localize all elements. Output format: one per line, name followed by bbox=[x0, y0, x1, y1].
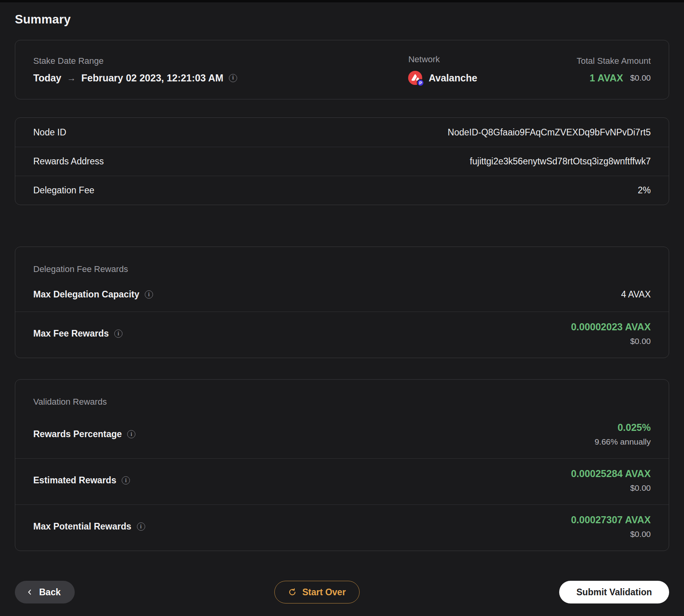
rewards-percentage-annual: 9.66% annually bbox=[594, 437, 651, 447]
max-fee-rewards-label: Max Fee Rewards i bbox=[33, 328, 122, 339]
total-stake-value: 1 AVAX $0.00 bbox=[590, 72, 651, 84]
back-button-label: Back bbox=[39, 587, 61, 598]
network-label: Network bbox=[408, 54, 576, 65]
start-over-button[interactable]: Start Over bbox=[274, 581, 359, 603]
max-delegation-capacity-label: Max Delegation Capacity i bbox=[33, 289, 153, 300]
rewards-address-value: fujittgi2e3k56enytwSd78rtOtsq3izg8wnftff… bbox=[470, 156, 651, 167]
delegation-fee-rewards-card: Delegation Fee Rewards Max Delegation Ca… bbox=[15, 247, 669, 358]
stake-date-range-label: Stake Date Range bbox=[33, 56, 408, 66]
table-row-max-potential-rewards: Max Potential Rewards i 0.00027307 AVAX … bbox=[15, 504, 669, 551]
max-fee-rewards-info-icon[interactable]: i bbox=[114, 330, 122, 338]
stake-end-date: February 02 2023, 12:21:03 AM bbox=[81, 72, 223, 84]
p-chain-badge: P bbox=[417, 79, 424, 86]
max-fee-rewards-avax: 0.00002023 AVAX bbox=[571, 321, 651, 333]
max-delegation-capacity-info-icon[interactable]: i bbox=[145, 290, 153, 299]
validation-rewards-card: Validation Rewards Rewards Percentage i … bbox=[15, 379, 669, 551]
stake-date-range-value: Today → February 02 2023, 12:21:03 AM i bbox=[33, 72, 408, 84]
stake-start-date: Today bbox=[33, 72, 61, 84]
network-name: Avalanche bbox=[428, 72, 477, 84]
footer-actions: Back Start Over Submit Validation bbox=[15, 581, 669, 616]
rewards-percentage-pct: 0.025% bbox=[617, 422, 651, 433]
stake-date-range: Stake Date Range Today → February 02 202… bbox=[33, 56, 408, 84]
rewards-address-label: Rewards Address bbox=[33, 156, 104, 167]
avalanche-logo-icon: P bbox=[408, 71, 422, 85]
restart-icon bbox=[288, 588, 297, 596]
estimated-rewards-text: Estimated Rewards bbox=[33, 475, 116, 486]
table-row-rewards-percentage: Rewards Percentage i 0.025% 9.66% annual… bbox=[15, 412, 669, 458]
chevron-left-icon bbox=[26, 588, 34, 596]
estimated-rewards-label: Estimated Rewards i bbox=[33, 475, 130, 486]
max-fee-rewards-usd: $0.00 bbox=[630, 337, 651, 346]
max-fee-rewards-value: 0.00002023 AVAX $0.00 bbox=[571, 321, 651, 346]
start-over-button-label: Start Over bbox=[302, 587, 346, 598]
total-stake-label: Total Stake Amount bbox=[576, 56, 651, 66]
table-row-estimated-rewards: Estimated Rewards i 0.00025284 AVAX $0.0… bbox=[15, 458, 669, 504]
validation-rewards-title: Validation Rewards bbox=[15, 380, 669, 412]
table-row-node-id: Node ID NodeID-Q8Gfaaio9FAqCmZVEXDq9bFvN… bbox=[15, 118, 669, 147]
rewards-percentage-value: 0.025% 9.66% annually bbox=[594, 422, 651, 447]
network-info: Network P Avalanche bbox=[408, 54, 576, 85]
node-id-label: Node ID bbox=[33, 127, 66, 138]
table-row-rewards-address: Rewards Address fujittgi2e3k56enytwSd78r… bbox=[15, 147, 669, 176]
max-delegation-capacity-text: Max Delegation Capacity bbox=[33, 289, 139, 300]
estimated-rewards-info-icon[interactable]: i bbox=[122, 476, 130, 485]
estimated-rewards-avax: 0.00025284 AVAX bbox=[571, 468, 651, 479]
max-fee-rewards-text: Max Fee Rewards bbox=[33, 328, 109, 339]
submit-validation-button[interactable]: Submit Validation bbox=[559, 581, 669, 603]
max-potential-rewards-info-icon[interactable]: i bbox=[137, 522, 145, 531]
table-row-delegation-fee: Delegation Fee 2% bbox=[15, 176, 669, 205]
delegation-fee-rewards-title: Delegation Fee Rewards bbox=[15, 247, 669, 280]
page-title: Summary bbox=[15, 13, 669, 27]
total-stake-amount: Total Stake Amount 1 AVAX $0.00 bbox=[576, 56, 651, 84]
network-value: P Avalanche bbox=[408, 71, 576, 85]
submit-validation-button-label: Submit Validation bbox=[576, 587, 652, 598]
table-row-max-delegation-capacity: Max Delegation Capacity i 4 AVAX bbox=[15, 280, 669, 312]
delegation-fee-value: 2% bbox=[638, 185, 651, 196]
estimated-rewards-usd: $0.00 bbox=[630, 483, 651, 493]
rewards-percentage-info-icon[interactable]: i bbox=[127, 430, 135, 438]
stake-overview-card: Stake Date Range Today → February 02 202… bbox=[15, 40, 669, 99]
max-potential-rewards-usd: $0.00 bbox=[630, 530, 651, 539]
max-delegation-capacity-value: 4 AVAX bbox=[621, 289, 651, 300]
estimated-rewards-value: 0.00025284 AVAX $0.00 bbox=[571, 468, 651, 493]
max-potential-rewards-text: Max Potential Rewards bbox=[33, 521, 131, 532]
node-details-card: Node ID NodeID-Q8Gfaaio9FAqCmZVEXDq9bFvN… bbox=[15, 117, 669, 205]
delegation-fee-label: Delegation Fee bbox=[33, 185, 94, 196]
max-potential-rewards-avax: 0.00027307 AVAX bbox=[571, 514, 651, 526]
date-range-info-icon[interactable]: i bbox=[229, 74, 237, 82]
arrow-right-icon: → bbox=[67, 73, 76, 83]
table-row-max-fee-rewards: Max Fee Rewards i 0.00002023 AVAX $0.00 bbox=[15, 312, 669, 358]
node-id-value: NodeID-Q8Gfaaio9FAqCmZVEXDq9bFvNPvDi7rt5 bbox=[448, 127, 651, 138]
rewards-percentage-label: Rewards Percentage i bbox=[33, 429, 135, 439]
back-button[interactable]: Back bbox=[15, 581, 75, 603]
total-stake-usd: $0.00 bbox=[630, 73, 651, 83]
max-potential-rewards-label: Max Potential Rewards i bbox=[33, 521, 145, 532]
rewards-percentage-text: Rewards Percentage bbox=[33, 429, 122, 439]
total-stake-avax: 1 AVAX bbox=[590, 72, 623, 84]
window-top-edge bbox=[0, 0, 684, 2]
max-potential-rewards-value: 0.00027307 AVAX $0.00 bbox=[571, 514, 651, 539]
summary-page: Summary Stake Date Range Today → Februar… bbox=[0, 13, 684, 616]
